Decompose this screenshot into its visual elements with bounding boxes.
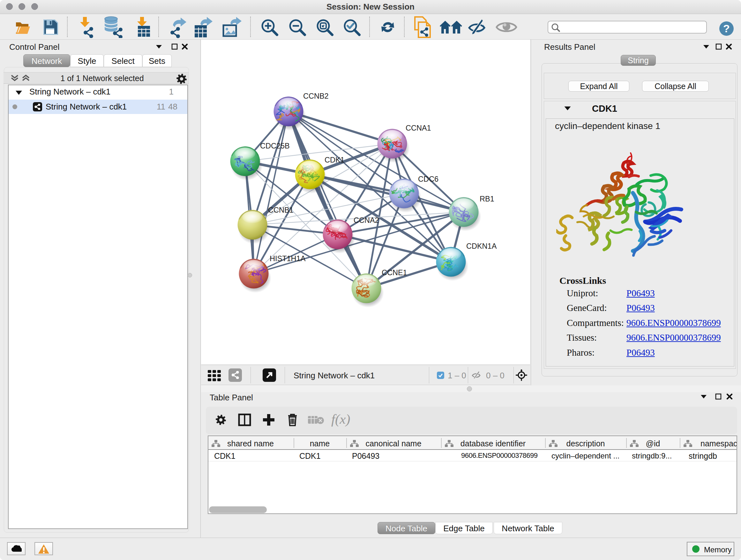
- svg-text:CDC25B: CDC25B: [260, 142, 290, 150]
- svg-text:CCNB1: CCNB1: [268, 206, 293, 214]
- svg-text:CCNA2: CCNA2: [354, 216, 379, 225]
- svg-text:CDKN1A: CDKN1A: [466, 242, 497, 250]
- svg-text:HIST1H1A: HIST1H1A: [270, 254, 306, 263]
- svg-text:RB1: RB1: [480, 195, 494, 203]
- svg-text:CDK1: CDK1: [325, 156, 345, 164]
- svg-text:CDC6: CDC6: [418, 175, 439, 183]
- svg-text:CCNA1: CCNA1: [406, 124, 431, 132]
- svg-text:CCNB2: CCNB2: [303, 92, 329, 100]
- svg-text:CCNE1: CCNE1: [382, 268, 407, 277]
